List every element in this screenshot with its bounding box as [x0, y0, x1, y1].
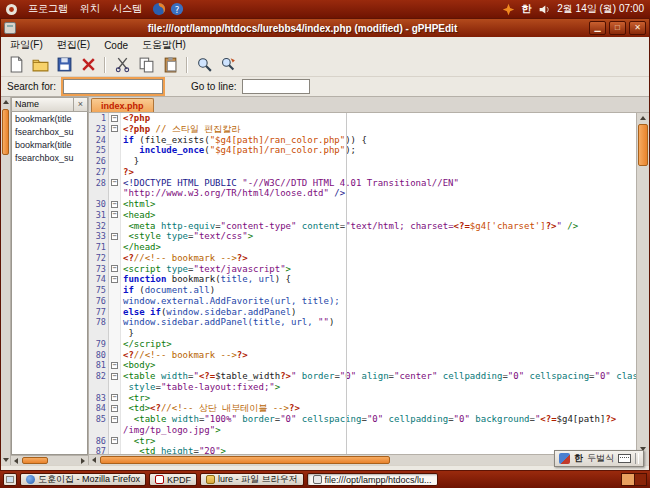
- find-button[interactable]: [193, 54, 215, 75]
- fold-margin: [109, 382, 121, 393]
- show-desktop-icon[interactable]: [3, 473, 17, 486]
- line-number: 27: [89, 167, 109, 178]
- function-list-item[interactable]: bookmark(title: [12, 138, 87, 151]
- function-list-item[interactable]: bookmark(title: [12, 112, 87, 125]
- task-button[interactable]: lure - 파일 브라우저: [200, 473, 304, 486]
- fold-toggle-icon[interactable]: −: [111, 115, 118, 122]
- function-list[interactable]: bookmark(titlefsearchbox_subookmark(titl…: [11, 112, 88, 455]
- code-line: 27?>: [89, 167, 636, 178]
- statusbar: [1, 465, 649, 470]
- fold-margin: [109, 317, 121, 328]
- tab-index-php[interactable]: index.php: [91, 98, 154, 112]
- panel-close-button[interactable]: ×: [74, 97, 88, 112]
- copy-button[interactable]: [135, 54, 157, 75]
- firefox-launcher-icon[interactable]: [152, 2, 166, 16]
- line-number: 75: [89, 285, 109, 296]
- close-button[interactable]: ✕: [629, 21, 646, 35]
- fold-toggle-icon[interactable]: −: [111, 394, 118, 401]
- cut-button[interactable]: [111, 54, 133, 75]
- code-area[interactable]: 1−<?php23−<?php // 스타일 편집칼라24if (file_ex…: [89, 113, 636, 454]
- code-line: "http://www.w3.org/TR/html4/loose.dtd" /…: [89, 188, 636, 199]
- fold-toggle-icon[interactable]: −: [111, 265, 118, 272]
- paste-button[interactable]: [159, 54, 181, 75]
- replace-button[interactable]: [217, 54, 239, 75]
- line-number: 79: [89, 339, 109, 350]
- system-menu[interactable]: 시스템: [106, 1, 148, 17]
- function-list-item[interactable]: fsearchbox_su: [12, 125, 87, 138]
- line-number: 23: [89, 124, 109, 135]
- keyboard-icon[interactable]: [618, 454, 631, 463]
- fold-toggle-icon[interactable]: −: [111, 373, 118, 380]
- workspace-switcher[interactable]: [621, 473, 647, 486]
- sidebar-hscrollbar[interactable]: [11, 455, 88, 465]
- task-button[interactable]: KPDF: [149, 473, 197, 486]
- volume-icon[interactable]: [537, 2, 551, 16]
- scroll-up-arrow[interactable]: [1, 97, 10, 107]
- scroll-left-arrow[interactable]: [89, 455, 99, 465]
- scroll-up-arrow[interactable]: [637, 113, 649, 123]
- goto-line-input[interactable]: [242, 79, 310, 94]
- fold-toggle-icon[interactable]: −: [111, 233, 118, 240]
- save-file-button[interactable]: [53, 54, 75, 75]
- line-number: 87: [89, 446, 109, 454]
- close-file-button[interactable]: [77, 54, 99, 75]
- code-line: 83− <tr>: [89, 393, 636, 404]
- fold-toggle-icon[interactable]: −: [111, 211, 118, 218]
- places-menu[interactable]: 위치: [74, 1, 106, 17]
- fold-toggle-icon[interactable]: −: [111, 125, 118, 132]
- menu-item[interactable]: 파일(F): [3, 37, 50, 53]
- titlebar[interactable]: file:///opt/lampp/htdocs/lurebbs4/index.…: [1, 19, 649, 37]
- fold-margin: −: [109, 199, 121, 210]
- open-file-button[interactable]: [29, 54, 51, 75]
- code-line: 31−<head>: [89, 210, 636, 221]
- scrollbar-thumb[interactable]: [638, 124, 648, 166]
- fold-toggle-icon[interactable]: −: [111, 416, 118, 423]
- fold-toggle-icon[interactable]: −: [111, 437, 118, 444]
- menu-item[interactable]: 편집(E): [50, 37, 97, 53]
- editor-vscrollbar[interactable]: [636, 113, 649, 454]
- fold-toggle-icon[interactable]: −: [111, 276, 118, 283]
- task-button[interactable]: file:///opt/lampp/htdocs/lu...: [307, 473, 438, 486]
- window-icon: [4, 22, 16, 34]
- task-button[interactable]: 도훈이집 - Mozilla Firefox: [20, 473, 146, 486]
- minimize-button[interactable]: ▁: [589, 21, 606, 35]
- scroll-left-arrow[interactable]: [11, 456, 21, 465]
- menu-item[interactable]: Code: [97, 39, 135, 52]
- code-line: 30−<html>: [89, 199, 636, 210]
- scim-logo-icon[interactable]: [559, 453, 570, 464]
- scroll-down-arrow[interactable]: [1, 455, 10, 465]
- scim-lang-label[interactable]: 한: [574, 452, 583, 465]
- scroll-right-arrow[interactable]: [78, 456, 88, 465]
- code-line: /img/tp_logo.jpg">: [89, 425, 636, 436]
- search-input[interactable]: [63, 79, 163, 94]
- applications-menu[interactable]: 프로그램: [22, 1, 74, 17]
- scim-mode-label[interactable]: 두벌식: [587, 452, 614, 465]
- scrollbar-thumb[interactable]: [100, 456, 390, 464]
- panel-input-method-indicator[interactable]: 한: [521, 2, 531, 16]
- fold-toggle-icon[interactable]: −: [111, 362, 118, 369]
- scrollbar-thumb[interactable]: [2, 109, 9, 155]
- scim-toolbar[interactable]: 한 두벌식: [554, 450, 644, 467]
- menu-item[interactable]: 도움말(H): [135, 37, 193, 53]
- save-file-icon: [56, 56, 73, 73]
- sidebar-vscrollbar[interactable]: [1, 97, 11, 465]
- code-line: 71</head>: [89, 242, 636, 253]
- fold-margin: −: [109, 274, 121, 285]
- fold-toggle-icon[interactable]: −: [111, 179, 118, 186]
- help-launcher-icon[interactable]: ?: [170, 2, 184, 16]
- scim-drag-handle[interactable]: [635, 453, 639, 464]
- scrollbar-thumb[interactable]: [22, 457, 48, 464]
- fold-toggle-icon[interactable]: −: [111, 405, 118, 412]
- update-notifier-icon[interactable]: [501, 2, 515, 16]
- distro-menu-icon[interactable]: [4, 2, 18, 16]
- workspace-2[interactable]: [634, 474, 646, 485]
- goto-line-label: Go to line:: [191, 81, 237, 92]
- maximize-button[interactable]: □: [609, 21, 626, 35]
- function-list-item[interactable]: fsearchbox_su: [12, 151, 87, 164]
- function-list-header[interactable]: Name: [11, 97, 74, 112]
- clock[interactable]: 2월 14일 (월) 07:00: [557, 2, 646, 16]
- fold-toggle-icon[interactable]: −: [111, 201, 118, 208]
- workspace-1[interactable]: [622, 474, 634, 485]
- new-file-button[interactable]: [5, 54, 27, 75]
- fold-margin: [109, 145, 121, 156]
